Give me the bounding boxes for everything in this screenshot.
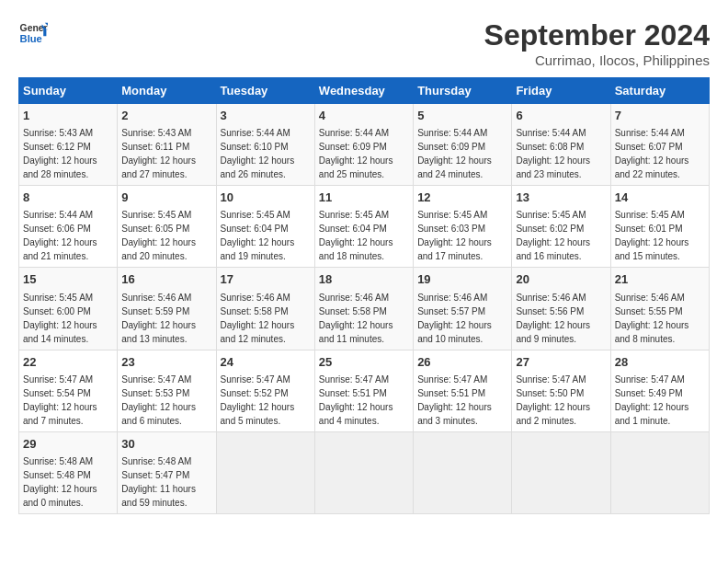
week-row-4: 22Sunrise: 5:47 AMSunset: 5:54 PMDayligh… xyxy=(19,350,710,431)
day-number: 1 xyxy=(23,108,113,124)
day-info: Sunrise: 5:44 AMSunset: 6:10 PMDaylight:… xyxy=(221,128,295,179)
day-info: Sunrise: 5:45 AMSunset: 6:03 PMDaylight:… xyxy=(417,210,492,261)
day-info: Sunrise: 5:46 AMSunset: 5:58 PMDaylight:… xyxy=(319,293,393,344)
col-header-saturday: Saturday xyxy=(610,78,709,104)
logo: General Blue xyxy=(18,18,48,48)
day-number: 29 xyxy=(23,436,113,453)
col-header-friday: Friday xyxy=(512,78,610,104)
cell-3-6: 20Sunrise: 5:46 AMSunset: 5:56 PMDayligh… xyxy=(512,268,610,350)
cell-2-5: 12Sunrise: 5:45 AMSunset: 6:03 PMDayligh… xyxy=(414,186,512,268)
day-number: 23 xyxy=(121,354,211,371)
day-number: 8 xyxy=(23,190,113,206)
col-header-monday: Monday xyxy=(118,78,216,104)
day-number: 11 xyxy=(319,190,409,206)
day-info: Sunrise: 5:45 AMSunset: 6:00 PMDaylight:… xyxy=(23,293,97,344)
day-number: 15 xyxy=(23,271,113,288)
cell-4-2: 23Sunrise: 5:47 AMSunset: 5:53 PMDayligh… xyxy=(118,350,216,431)
cell-2-3: 10Sunrise: 5:45 AMSunset: 6:04 PMDayligh… xyxy=(216,186,314,268)
cell-2-6: 13Sunrise: 5:45 AMSunset: 6:02 PMDayligh… xyxy=(512,186,610,268)
cell-3-5: 19Sunrise: 5:46 AMSunset: 5:57 PMDayligh… xyxy=(414,268,512,350)
calendar-table: SundayMondayTuesdayWednesdayThursdayFrid… xyxy=(18,77,710,514)
day-number: 12 xyxy=(417,190,507,206)
day-info: Sunrise: 5:44 AMSunset: 6:09 PMDaylight:… xyxy=(319,128,393,179)
day-info: Sunrise: 5:44 AMSunset: 6:08 PMDaylight:… xyxy=(516,128,590,179)
day-number: 3 xyxy=(221,108,311,124)
cell-5-6 xyxy=(512,431,610,513)
week-row-3: 15Sunrise: 5:45 AMSunset: 6:00 PMDayligh… xyxy=(19,268,710,350)
day-number: 24 xyxy=(221,354,311,371)
cell-2-1: 8Sunrise: 5:44 AMSunset: 6:06 PMDaylight… xyxy=(19,186,118,268)
day-number: 28 xyxy=(615,354,705,371)
day-info: Sunrise: 5:47 AMSunset: 5:54 PMDaylight:… xyxy=(23,374,97,426)
day-info: Sunrise: 5:46 AMSunset: 5:59 PMDaylight:… xyxy=(121,293,196,344)
day-info: Sunrise: 5:47 AMSunset: 5:52 PMDaylight:… xyxy=(221,374,295,426)
day-number: 19 xyxy=(417,271,507,288)
col-header-thursday: Thursday xyxy=(414,78,512,104)
title-area: September 2024 Currimao, Ilocos, Philipp… xyxy=(484,18,710,68)
day-number: 26 xyxy=(417,354,507,371)
cell-5-5 xyxy=(414,431,512,513)
main-title: September 2024 xyxy=(484,18,710,52)
cell-1-2: 2Sunrise: 5:43 AMSunset: 6:11 PMDaylight… xyxy=(118,104,216,186)
cell-5-3 xyxy=(216,431,314,513)
day-number: 5 xyxy=(417,108,507,124)
day-number: 25 xyxy=(319,354,409,371)
day-info: Sunrise: 5:48 AMSunset: 5:47 PMDaylight:… xyxy=(121,456,196,508)
cell-5-2: 30Sunrise: 5:48 AMSunset: 5:47 PMDayligh… xyxy=(118,431,216,513)
cell-4-3: 24Sunrise: 5:47 AMSunset: 5:52 PMDayligh… xyxy=(216,350,314,431)
header-row: SundayMondayTuesdayWednesdayThursdayFrid… xyxy=(19,78,710,104)
cell-1-6: 6Sunrise: 5:44 AMSunset: 6:08 PMDaylight… xyxy=(512,104,610,186)
day-info: Sunrise: 5:43 AMSunset: 6:12 PMDaylight:… xyxy=(23,128,97,179)
day-info: Sunrise: 5:44 AMSunset: 6:06 PMDaylight:… xyxy=(23,210,97,261)
cell-2-4: 11Sunrise: 5:45 AMSunset: 6:04 PMDayligh… xyxy=(314,186,413,268)
day-number: 2 xyxy=(121,108,211,124)
svg-text:Blue: Blue xyxy=(20,33,42,44)
cell-4-6: 27Sunrise: 5:47 AMSunset: 5:50 PMDayligh… xyxy=(512,350,610,431)
week-row-2: 8Sunrise: 5:44 AMSunset: 6:06 PMDaylight… xyxy=(19,186,710,268)
day-info: Sunrise: 5:44 AMSunset: 6:07 PMDaylight:… xyxy=(615,128,689,179)
header: General Blue September 2024 Currimao, Il… xyxy=(18,18,710,68)
cell-1-4: 4Sunrise: 5:44 AMSunset: 6:09 PMDaylight… xyxy=(314,104,413,186)
cell-3-3: 17Sunrise: 5:46 AMSunset: 5:58 PMDayligh… xyxy=(216,268,314,350)
day-number: 21 xyxy=(615,271,705,288)
day-info: Sunrise: 5:48 AMSunset: 5:48 PMDaylight:… xyxy=(23,456,97,508)
cell-5-7 xyxy=(610,431,709,513)
day-number: 7 xyxy=(615,108,705,124)
day-info: Sunrise: 5:45 AMSunset: 6:02 PMDaylight:… xyxy=(516,210,590,261)
cell-2-2: 9Sunrise: 5:45 AMSunset: 6:05 PMDaylight… xyxy=(118,186,216,268)
day-info: Sunrise: 5:47 AMSunset: 5:53 PMDaylight:… xyxy=(121,374,196,426)
day-info: Sunrise: 5:47 AMSunset: 5:50 PMDaylight:… xyxy=(516,374,590,426)
day-info: Sunrise: 5:46 AMSunset: 5:56 PMDaylight:… xyxy=(516,293,590,344)
day-info: Sunrise: 5:47 AMSunset: 5:49 PMDaylight:… xyxy=(615,374,689,426)
week-row-1: 1Sunrise: 5:43 AMSunset: 6:12 PMDaylight… xyxy=(19,104,710,186)
cell-5-1: 29Sunrise: 5:48 AMSunset: 5:48 PMDayligh… xyxy=(19,431,118,513)
day-number: 13 xyxy=(516,190,606,206)
day-number: 16 xyxy=(121,271,211,288)
day-info: Sunrise: 5:46 AMSunset: 5:55 PMDaylight:… xyxy=(615,293,689,344)
cell-5-4 xyxy=(314,431,413,513)
day-number: 9 xyxy=(121,190,211,206)
day-number: 22 xyxy=(23,354,113,371)
day-info: Sunrise: 5:46 AMSunset: 5:57 PMDaylight:… xyxy=(417,293,492,344)
day-info: Sunrise: 5:45 AMSunset: 6:04 PMDaylight:… xyxy=(319,210,393,261)
day-number: 20 xyxy=(516,271,606,288)
day-info: Sunrise: 5:45 AMSunset: 6:01 PMDaylight:… xyxy=(615,210,689,261)
cell-4-1: 22Sunrise: 5:47 AMSunset: 5:54 PMDayligh… xyxy=(19,350,118,431)
day-number: 4 xyxy=(319,108,409,124)
week-row-5: 29Sunrise: 5:48 AMSunset: 5:48 PMDayligh… xyxy=(19,431,710,513)
cell-1-1: 1Sunrise: 5:43 AMSunset: 6:12 PMDaylight… xyxy=(19,104,118,186)
cell-4-5: 26Sunrise: 5:47 AMSunset: 5:51 PMDayligh… xyxy=(414,350,512,431)
day-number: 17 xyxy=(221,271,311,288)
subtitle: Currimao, Ilocos, Philippines xyxy=(484,52,710,68)
day-info: Sunrise: 5:45 AMSunset: 6:04 PMDaylight:… xyxy=(221,210,295,261)
cell-4-4: 25Sunrise: 5:47 AMSunset: 5:51 PMDayligh… xyxy=(314,350,413,431)
cell-1-3: 3Sunrise: 5:44 AMSunset: 6:10 PMDaylight… xyxy=(216,104,314,186)
day-info: Sunrise: 5:46 AMSunset: 5:58 PMDaylight:… xyxy=(221,293,295,344)
cell-3-7: 21Sunrise: 5:46 AMSunset: 5:55 PMDayligh… xyxy=(610,268,709,350)
day-info: Sunrise: 5:47 AMSunset: 5:51 PMDaylight:… xyxy=(417,374,492,426)
day-info: Sunrise: 5:43 AMSunset: 6:11 PMDaylight:… xyxy=(121,128,196,179)
day-info: Sunrise: 5:47 AMSunset: 5:51 PMDaylight:… xyxy=(319,374,393,426)
day-number: 27 xyxy=(516,354,606,371)
cell-3-4: 18Sunrise: 5:46 AMSunset: 5:58 PMDayligh… xyxy=(314,268,413,350)
cell-2-7: 14Sunrise: 5:45 AMSunset: 6:01 PMDayligh… xyxy=(610,186,709,268)
